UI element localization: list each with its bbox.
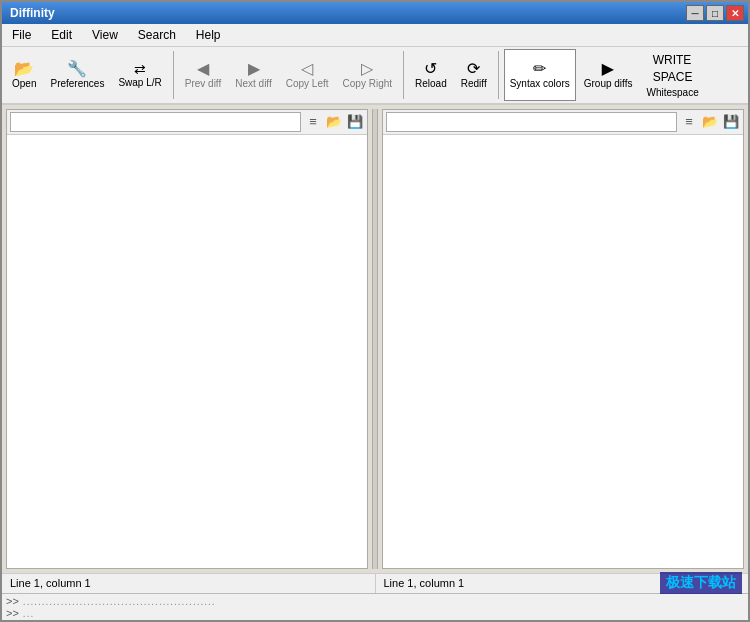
right-open-icon[interactable]: 📂 (701, 113, 719, 131)
app-window: Diffinity ─ □ ✕ File Edit View Search He… (0, 0, 750, 622)
rediff-button[interactable]: ⟳ Rediff (455, 49, 493, 101)
next-diff-button[interactable]: ▶ Next diff (229, 49, 278, 101)
left-panel-content (7, 135, 367, 568)
preferences-icon: 🔧 (67, 61, 87, 77)
whitespace-icon: WRITESPACE (653, 52, 693, 86)
reload-icon: ↺ (424, 61, 437, 77)
right-file-input[interactable] (386, 112, 677, 132)
left-file-input[interactable] (10, 112, 301, 132)
title-bar: Diffinity ─ □ ✕ (2, 2, 748, 24)
group-diffs-button[interactable]: ◀ Group diffs (578, 49, 639, 101)
toolbar-separator-2 (403, 51, 404, 99)
preferences-button[interactable]: 🔧 Preferences (44, 49, 110, 101)
left-panel-toolbar: ≡ 📂 💾 (7, 110, 367, 135)
main-area: ≡ 📂 💾 ≡ 📂 💾 (2, 105, 748, 573)
copy-left-button[interactable]: ◁ Copy Left (280, 49, 335, 101)
right-panel: ≡ 📂 💾 (382, 109, 744, 569)
left-panel: ≡ 📂 💾 (6, 109, 368, 569)
group-diffs-icon: ◀ (602, 61, 614, 77)
copy-right-button[interactable]: ▷ Copy Right (337, 49, 398, 101)
prev-diff-button[interactable]: ◀ Prev diff (179, 49, 228, 101)
reload-button[interactable]: ↺ Reload (409, 49, 453, 101)
watermark: 极速下载站 (660, 572, 742, 594)
toolbar-separator-3 (498, 51, 499, 99)
minimize-button[interactable]: ─ (686, 5, 704, 21)
window-controls: ─ □ ✕ (686, 5, 744, 21)
copy-left-icon: ◁ (301, 61, 313, 77)
left-open-icon[interactable]: 📂 (325, 113, 343, 131)
menu-bar: File Edit View Search Help (2, 24, 748, 47)
bottom-row-1: >> .....................................… (6, 595, 744, 607)
bottom-dots-1: ........................................… (23, 596, 216, 607)
next-diff-label: Next diff (235, 78, 272, 89)
menu-view[interactable]: View (86, 26, 124, 44)
bottom-arrow-2: >> (6, 607, 19, 619)
toolbar-separator-1 (173, 51, 174, 99)
preferences-label: Preferences (50, 78, 104, 89)
bottom-dots-2: ... (23, 608, 34, 619)
bottom-bar: >> .....................................… (2, 593, 748, 620)
open-button[interactable]: 📂 Open (6, 49, 42, 101)
right-list-icon[interactable]: ≡ (680, 113, 698, 131)
open-icon: 📂 (14, 61, 34, 77)
bottom-row-2: >> ... (6, 607, 744, 619)
whitespace-button[interactable]: WRITESPACE Whitespace (640, 49, 704, 101)
swap-icon: ⇄ (134, 62, 146, 76)
status-bar: Line 1, column 1 Line 1, column 1 (2, 573, 748, 593)
panel-splitter[interactable] (372, 109, 378, 569)
syntax-colors-label: Syntax colors (510, 78, 570, 89)
menu-search[interactable]: Search (132, 26, 182, 44)
left-status: Line 1, column 1 (2, 574, 376, 593)
rediff-icon: ⟳ (467, 61, 480, 77)
window-title: Diffinity (6, 6, 55, 20)
syntax-colors-icon: ✏ (533, 61, 546, 77)
whitespace-label: Whitespace (646, 87, 698, 98)
syntax-colors-button[interactable]: ✏ Syntax colors (504, 49, 576, 101)
bottom-arrow-1: >> (6, 595, 19, 607)
copy-left-label: Copy Left (286, 78, 329, 89)
maximize-button[interactable]: □ (706, 5, 724, 21)
menu-edit[interactable]: Edit (45, 26, 78, 44)
open-label: Open (12, 78, 36, 89)
group-diffs-label: Group diffs (584, 78, 633, 89)
rediff-label: Rediff (461, 78, 487, 89)
prev-diff-icon: ◀ (197, 61, 209, 77)
swap-lr-button[interactable]: ⇄ Swap L/R (112, 49, 167, 101)
copy-right-icon: ▷ (361, 61, 373, 77)
menu-help[interactable]: Help (190, 26, 227, 44)
toolbar: 📂 Open 🔧 Preferences ⇄ Swap L/R ◀ Prev d… (2, 47, 748, 105)
right-panel-content (383, 135, 743, 568)
prev-diff-label: Prev diff (185, 78, 222, 89)
next-diff-icon: ▶ (248, 61, 260, 77)
swap-label: Swap L/R (118, 77, 161, 88)
close-button[interactable]: ✕ (726, 5, 744, 21)
reload-label: Reload (415, 78, 447, 89)
copy-right-label: Copy Right (343, 78, 392, 89)
left-list-icon[interactable]: ≡ (304, 113, 322, 131)
right-panel-toolbar: ≡ 📂 💾 (383, 110, 743, 135)
right-save-icon[interactable]: 💾 (722, 113, 740, 131)
left-save-icon[interactable]: 💾 (346, 113, 364, 131)
menu-file[interactable]: File (6, 26, 37, 44)
